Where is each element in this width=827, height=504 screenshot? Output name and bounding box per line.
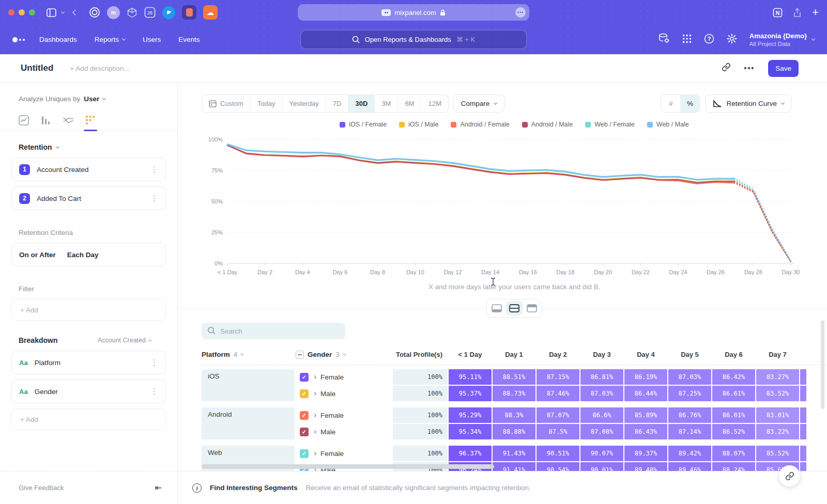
gender-cell[interactable]: ✓Female: [296, 369, 392, 385]
close-window-button[interactable]: [8, 9, 14, 15]
horizontal-scrollbar[interactable]: [202, 464, 494, 469]
legend-item[interactable]: Android / Male: [522, 121, 573, 128]
kebab-menu-icon[interactable]: ⋮: [150, 165, 158, 174]
retention-value-cell[interactable]: 90.07%: [580, 446, 623, 461]
date-range-yesterday[interactable]: Yesterday: [282, 95, 326, 112]
browser-sidebar-icon[interactable]: [47, 8, 56, 17]
legend-item[interactable]: Web / Male: [647, 121, 689, 128]
retention-value-cell[interactable]: 83.27%: [756, 369, 799, 385]
retention-value-cell[interactable]: 87.15%: [537, 369, 579, 385]
maximize-window-button[interactable]: [29, 9, 35, 15]
retention-value-cell[interactable]: 86.42%: [712, 369, 755, 385]
retention-value-cell[interactable]: 85.52%: [756, 446, 799, 461]
retention-value-cell[interactable]: 87.14%: [668, 424, 711, 439]
retention-value-cell[interactable]: 86.61%: [712, 386, 755, 401]
extension-cube-icon[interactable]: [127, 7, 137, 18]
account-menu[interactable]: Amazonia {Demo} All Project Data: [749, 32, 815, 47]
nav-users[interactable]: Users: [143, 36, 161, 43]
retention-chart[interactable]: 100%75%50%25%0%< 1 DayDay 2Day 4Day 6Day…: [202, 131, 801, 278]
retention-value-cell[interactable]: 86.52%: [712, 424, 755, 439]
date-range-7d[interactable]: 7D: [326, 95, 348, 112]
retention-section-label[interactable]: Retention: [19, 143, 52, 151]
series-checkbox[interactable]: ✓: [300, 373, 309, 382]
site-options-icon[interactable]: •••: [515, 7, 526, 18]
event-step-1[interactable]: 1Account Created⋮: [11, 158, 166, 181]
retention-value-cell[interactable]: 90.01%: [580, 462, 623, 471]
retention-value-cell[interactable]: 86.01%: [712, 407, 755, 423]
retention-value-cell[interactable]: 86.6%: [580, 407, 623, 423]
tab-retention[interactable]: [79, 110, 101, 131]
criteria-unit[interactable]: Each Day: [67, 251, 99, 259]
minimize-window-button[interactable]: [19, 9, 25, 15]
extension-icons[interactable]: m JS ☁: [89, 5, 218, 20]
retention-value-cell[interactable]: 86.76%: [668, 407, 711, 423]
global-search[interactable]: Open Reports & Dashboards ⌘ + K: [300, 30, 527, 49]
column-header[interactable]: Day 6: [712, 351, 755, 358]
compare-button[interactable]: Compare: [453, 94, 505, 113]
date-range-today[interactable]: Today: [250, 95, 282, 112]
retention-value-cell[interactable]: 89.42%: [668, 446, 711, 461]
give-feedback-link[interactable]: Give Feedback: [19, 484, 64, 492]
date-range-30d[interactable]: 30D: [348, 95, 374, 112]
retention-value-cell[interactable]: 89.37%: [624, 446, 667, 461]
platform-column-header[interactable]: Platform 4: [202, 351, 295, 358]
retention-value-cell[interactable]: 95.34%: [449, 424, 492, 439]
event-step-2[interactable]: 2Added To Cart⋮: [11, 186, 166, 210]
retention-value-cell[interactable]: 91.43%: [493, 446, 535, 461]
notion-icon[interactable]: N: [773, 8, 783, 18]
legend-item[interactable]: iOS / Female: [340, 121, 387, 128]
gender-column-header[interactable]: Gender 3: [296, 351, 392, 359]
breakdown-event-selector[interactable]: Account Created: [98, 337, 159, 344]
chart-type-selector[interactable]: Retention Curve: [705, 94, 792, 113]
save-button[interactable]: Save: [768, 60, 799, 77]
kebab-menu-icon[interactable]: ⋮: [150, 358, 158, 367]
date-range-6m[interactable]: 6M: [397, 95, 421, 112]
tab-funnels[interactable]: [35, 110, 57, 131]
share-report-fab[interactable]: [779, 465, 800, 486]
retention-value-cell[interactable]: 96.37%: [449, 446, 492, 461]
expand-row-icon[interactable]: [313, 391, 316, 395]
copy-link-icon[interactable]: [722, 62, 731, 74]
breakdown-gender[interactable]: AaGender⋮: [11, 380, 166, 403]
retention-value-cell[interactable]: 83.01%: [756, 407, 799, 423]
apps-grid-icon[interactable]: [682, 34, 692, 45]
gender-cell[interactable]: ✓Male: [296, 386, 392, 401]
absolute-mode-button[interactable]: #: [661, 95, 680, 112]
extension-bird-icon[interactable]: [162, 6, 175, 19]
page-title[interactable]: Untitled: [21, 63, 53, 73]
mixpanel-logo[interactable]: [12, 37, 30, 42]
new-tab-icon[interactable]: +: [812, 6, 819, 19]
share-icon[interactable]: [793, 8, 802, 18]
legend-item[interactable]: Web / Female: [585, 121, 635, 128]
platform-cell[interactable]: Android: [202, 407, 295, 439]
column-header[interactable]: Day 2: [537, 351, 579, 358]
address-bar[interactable]: mixpanel.com •••: [298, 4, 529, 21]
column-header[interactable]: Day 3: [580, 351, 623, 358]
retention-criteria-card[interactable]: On or After Each Day: [11, 243, 166, 266]
vertical-scrollbar[interactable]: [821, 320, 824, 409]
retention-value-cell[interactable]: 86.19%: [624, 369, 667, 385]
analyze-entity-selector[interactable]: User: [84, 95, 99, 103]
column-header[interactable]: < 1 Day: [449, 351, 492, 358]
expand-row-icon[interactable]: [313, 451, 316, 455]
retention-value-cell[interactable]: 89.48%: [624, 462, 667, 471]
view-toggle-split[interactable]: [506, 301, 523, 316]
back-icon[interactable]: [73, 10, 78, 14]
segments-title[interactable]: Find Interesting Segments: [210, 484, 298, 492]
retention-value-cell[interactable]: 87.07%: [537, 407, 579, 423]
view-toggle-chart[interactable]: [488, 301, 505, 316]
nav-reports[interactable]: Reports: [95, 36, 125, 43]
legend-item[interactable]: Android / Female: [451, 121, 509, 128]
add-breakdown-button[interactable]: + Add: [11, 408, 166, 430]
platform-cell[interactable]: iOS: [202, 369, 295, 401]
gender-cell[interactable]: ✓Female: [296, 446, 392, 461]
date-range-3m[interactable]: 3M: [374, 95, 397, 112]
table-search-input[interactable]: [202, 323, 345, 339]
retention-value-cell[interactable]: 88.88%: [493, 424, 535, 439]
retention-value-cell[interactable]: 89.46%: [668, 462, 711, 471]
date-range-12m[interactable]: 12M: [421, 95, 448, 112]
breakdown-platform[interactable]: AaPlatform⋮: [11, 351, 166, 374]
series-checkbox[interactable]: ✓: [300, 411, 309, 420]
retention-value-cell[interactable]: 95.37%: [449, 386, 492, 401]
retention-value-cell[interactable]: 87.08%: [580, 424, 623, 439]
